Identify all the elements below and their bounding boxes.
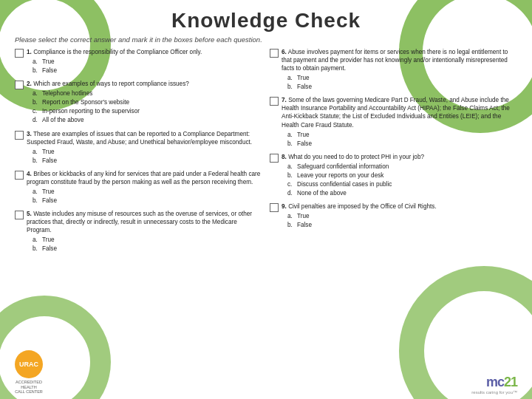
checkbox-2[interactable] — [15, 81, 24, 89]
q2-option-c: c. In-person reporting to the supervisor — [33, 107, 262, 115]
q5-option-a: a. True — [33, 236, 262, 244]
q7-option-a: a. True — [287, 131, 517, 139]
checkbox-4[interactable] — [15, 171, 24, 180]
q9-num: 9. — [282, 203, 287, 210]
q8-option-d: d. None of the above — [287, 189, 517, 197]
q6-option-a: a. True — [287, 74, 517, 82]
checkbox-8[interactable] — [270, 154, 279, 163]
q9-option-b: b. False — [287, 221, 517, 229]
q3-num: 3. — [27, 131, 32, 137]
right-column: 6. Abuse involves payment for items or s… — [270, 48, 517, 258]
q8-num: 8. — [282, 154, 287, 160]
q3-option-b: b. False — [33, 157, 262, 165]
q2-text: Which are examples of ways to report com… — [33, 81, 189, 87]
question-5: 5. Waste includes any misuse of resource… — [15, 210, 262, 253]
q3-option-a: a. True — [33, 148, 262, 156]
left-column: 1. Compliance is the responsibility of t… — [15, 48, 262, 258]
urac-logo: URAC ACCREDITEDHEALTHCALL CENTER — [15, 350, 43, 395]
q4-option-a: a. True — [33, 188, 262, 196]
urac-circle: URAC — [15, 350, 43, 378]
q4-text: Bribes or kickbacks of any kind for serv… — [27, 171, 260, 185]
q7-text: Some of the laws governing Medicare Part… — [282, 97, 510, 128]
checkbox-6[interactable] — [270, 49, 279, 58]
q8-option-b: b. Leave your reports on your desk — [287, 171, 517, 180]
checkbox-9[interactable] — [270, 203, 279, 212]
question-1: 1. Compliance is the responsibility of t… — [15, 48, 262, 75]
mc21-tagline: results caring for you™ — [471, 390, 517, 395]
question-3: 3. These are examples of issues that can… — [15, 130, 262, 166]
q4-num: 4. — [27, 171, 32, 177]
checkbox-3[interactable] — [15, 131, 24, 140]
q8-option-c: c. Discuss confidential cases in public — [287, 180, 517, 188]
page-title: Knowledge Check — [15, 4, 517, 35]
urac-accreditation-text: ACCREDITEDHEALTHCALL CENTER — [15, 380, 43, 395]
checkbox-1[interactable] — [15, 49, 24, 58]
q5-option-b: b. False — [33, 245, 262, 253]
question-2: 2. Which are examples of ways to report … — [15, 80, 262, 125]
q8-text: What do you need to do to protect PHI in… — [288, 154, 424, 160]
question-6: 6. Abuse involves payment for items or s… — [270, 48, 517, 92]
q1-option-b: b. False — [33, 66, 262, 75]
q9-option-a: a. True — [287, 212, 517, 220]
q6-num: 6. — [282, 49, 287, 55]
q9-text: Civil penalties are imposed by the Offic… — [288, 203, 437, 210]
question-9: 9. Civil penalties are imposed by the Of… — [270, 202, 517, 230]
q7-option-b: b. False — [287, 140, 517, 148]
q2-num: 2. — [27, 81, 32, 87]
question-8: 8. What do you need to do to protect PHI… — [270, 153, 517, 198]
q3-text: These are examples of issues that can be… — [27, 131, 252, 146]
q6-option-b: b. False — [287, 83, 517, 91]
mc21-logo: mc21 results caring for you™ — [471, 375, 517, 395]
mc21-brand: mc21 — [486, 375, 517, 390]
checkbox-5[interactable] — [15, 211, 24, 219]
footer: URAC ACCREDITEDHEALTHCALL CENTER mc21 re… — [0, 350, 532, 395]
q6-text: Abuse involves payment for items or serv… — [282, 49, 508, 72]
q1-num: 1. — [27, 49, 32, 55]
q5-num: 5. — [27, 211, 32, 217]
q1-option-a: a. True — [33, 58, 262, 66]
question-7: 7. Some of the laws governing Medicare P… — [270, 96, 517, 148]
q2-option-b: b. Report on the Sponsor's website — [33, 98, 262, 106]
q2-option-d: d. All of the above — [33, 116, 262, 124]
checkbox-7[interactable] — [270, 97, 279, 106]
q8-option-a: a. Safeguard confidential information — [287, 163, 517, 171]
instructions: Please select the correct answer and mar… — [15, 35, 517, 44]
q7-num: 7. — [282, 97, 287, 103]
question-4: 4. Bribes or kickbacks of any kind for s… — [15, 170, 262, 205]
q4-option-b: b. False — [33, 197, 262, 205]
q2-option-a: a. Telephone hotlines — [33, 89, 262, 98]
q1-text: Compliance is the responsibility of the … — [33, 49, 202, 55]
q5-text: Waste includes any misuse of resources s… — [27, 211, 252, 233]
